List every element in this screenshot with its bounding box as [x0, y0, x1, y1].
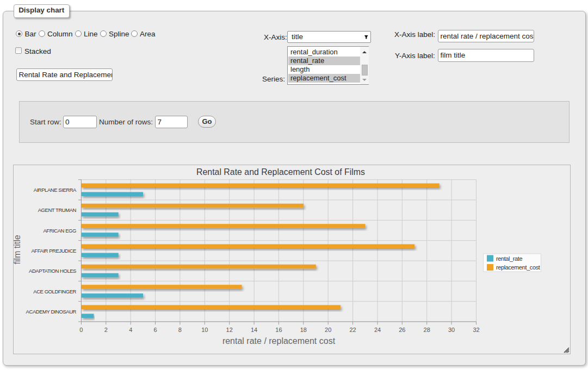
svg-text:28: 28 — [424, 327, 430, 333]
svg-text:AGENT TRUMAN: AGENT TRUMAN — [38, 207, 77, 213]
svg-text:ACADEMY DINOSAUR: ACADEMY DINOSAUR — [26, 309, 77, 315]
svg-text:30: 30 — [448, 327, 455, 333]
svg-text:16: 16 — [275, 327, 282, 333]
svg-text:24: 24 — [374, 327, 381, 333]
svg-text:18: 18 — [300, 327, 307, 333]
svg-text:0: 0 — [79, 327, 83, 333]
svg-text:AFRICAN EGG: AFRICAN EGG — [43, 228, 76, 234]
svg-text:10: 10 — [201, 327, 208, 333]
svg-text:14: 14 — [251, 327, 257, 333]
svg-text:4: 4 — [129, 327, 132, 333]
svg-text:32: 32 — [473, 327, 479, 333]
svg-text:ADAPTATION HOLES: ADAPTATION HOLES — [29, 268, 76, 274]
svg-text:Rental Rate and Replacement Co: Rental Rate and Replacement Cost of Film… — [196, 167, 365, 177]
svg-text:8: 8 — [178, 327, 182, 333]
svg-text:rental rate / replacement cost: rental rate / replacement cost — [222, 336, 336, 346]
svg-text:6: 6 — [153, 327, 157, 333]
svg-text:replacement_cost: replacement_cost — [496, 264, 540, 271]
svg-text:12: 12 — [226, 327, 233, 333]
svg-text:AIRPLANE SIERRA: AIRPLANE SIERRA — [34, 187, 77, 193]
svg-text:AFFAIR PREJUDICE: AFFAIR PREJUDICE — [31, 248, 76, 254]
svg-text:22: 22 — [349, 327, 356, 333]
svg-text:26: 26 — [399, 327, 405, 333]
svg-text:20: 20 — [325, 327, 331, 333]
svg-text:rental_rate: rental_rate — [496, 255, 522, 262]
svg-text:ACE GOLDFINGER: ACE GOLDFINGER — [33, 289, 76, 294]
svg-text:2: 2 — [104, 327, 108, 333]
svg-text:film title: film title — [14, 235, 22, 264]
